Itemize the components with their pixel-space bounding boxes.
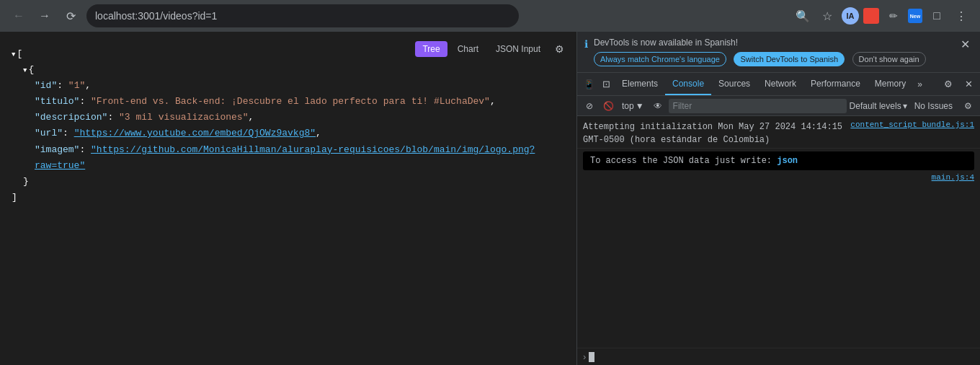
address-text: localhost:3001/videos?id=1 [95,10,217,22]
json-toolbar: Tree Chart JSON Input ⚙ [415,40,568,58]
bookmark-button[interactable]: ☆ [817,6,837,26]
console-clear-icon[interactable]: ⊘ [582,98,597,114]
json-pane: Tree Chart JSON Input ⚙ ▼[ ▼{ "id": "1",… [0,32,576,365]
extension-icon-red[interactable] [863,8,879,24]
notification-content: DevTools is now available in Spanish! Al… [594,38,952,66]
console-context-selector[interactable]: top ▼ [619,100,647,113]
json-content: ▼[ ▼{ "id": "1", "titulo": "Front-end vs… [12,43,565,206]
console-filter-input[interactable] [669,99,847,113]
browser-actions: 🔍 ☆ IA ✏ New □ ⋮ [793,6,971,26]
json-titulo-line: "titulo": "Front-end vs. Back-end: ¡Desc… [12,94,565,110]
console-eye-icon[interactable]: 👁 [650,98,666,114]
tab-console[interactable]: Console [665,73,711,95]
extension-icon-new[interactable]: New [908,9,922,23]
address-bar[interactable]: localhost:3001/videos?id=1 [86,4,519,27]
context-dropdown-arrow: ▼ [636,101,644,111]
console-output: Attempting initialization Mon May 27 202… [577,116,980,348]
reload-button[interactable]: ⟳ [61,6,81,26]
notification-close-button[interactable]: ✕ [958,38,973,51]
no-issues-button[interactable]: No Issues [910,100,957,113]
console-log-line-1: Attempting initialization Mon May 27 202… [577,119,980,149]
pencil-icon[interactable]: ✏ [883,6,904,26]
devtools-pane: ℹ DevTools is now available in Spanish! … [576,32,980,365]
tab-performance[interactable]: Performance [803,73,868,95]
browser-chrome: ← → ⟳ localhost:3001/videos?id=1 🔍 ☆ IA … [0,0,980,32]
console-highlight-msg: To access the JSON data just write: json [583,151,974,170]
tab-sources[interactable]: Sources [711,73,757,95]
console-toolbar: ⊘ 🚫 top ▼ 👁 Default levels ▾ No Issues ⚙ [577,96,980,116]
devtools-close-icon[interactable]: ✕ [960,76,977,93]
info-icon: ℹ [584,38,588,50]
json-obj-open: ▼{ [12,62,565,78]
levels-dropdown-arrow: ▾ [903,101,907,111]
console-cursor [589,352,594,362]
devtools-tab-icons: ⚙ ✕ [940,76,977,93]
more-button[interactable]: ⋮ [951,6,971,26]
json-bracket-close: ] [12,190,565,206]
always-match-button[interactable]: Always match Chrome's language [594,52,726,66]
devtools-tabs: 📱 ⊡ Elements Console Sources Network Per… [577,73,980,96]
url-link[interactable]: "https://www.youtube.com/embed/QjOWz9avk… [74,128,316,138]
extension-puzzle-icon[interactable]: □ [927,6,947,26]
json-input-tab[interactable]: JSON Input [489,41,548,57]
tab-memory[interactable]: Memory [868,73,913,95]
collapse-arrow-inner[interactable]: ▼ [23,67,27,74]
avatar: IA [842,7,859,25]
forward-button[interactable]: → [35,6,55,26]
default-levels-button[interactable]: Default levels ▾ [850,101,907,111]
json-imagem-line: "imagem": "https://github.com/MonicaHill… [12,142,565,174]
console-source-line: main.js:4 [577,173,980,183]
json-id-line: "id": "1", [12,78,565,94]
log-source-1[interactable]: content_script bundle.js:1 [850,120,974,129]
collapse-arrow-outer[interactable]: ▼ [12,51,15,58]
json-keyword: json [777,156,798,166]
main-area: Tree Chart JSON Input ⚙ ▼[ ▼{ "id": "1",… [0,32,980,365]
select-element-icon[interactable]: ⊡ [597,76,615,93]
back-button[interactable]: ← [9,6,29,26]
chart-tab[interactable]: Chart [450,41,486,57]
log-source-2[interactable]: main.js:4 [932,173,974,182]
console-prompt: › [583,351,586,362]
json-obj-close: } [12,174,565,190]
notification-buttons: Always match Chrome's language Switch De… [594,52,952,66]
log-text-1: Attempting initialization Mon May 27 202… [583,120,845,146]
json-settings-icon[interactable]: ⚙ [551,40,568,58]
tab-elements[interactable]: Elements [615,73,665,95]
tree-tab[interactable]: Tree [415,41,447,57]
dismiss-button[interactable]: Don't show again [852,52,926,66]
devtools-settings-icon[interactable]: ⚙ [940,76,957,93]
tab-network[interactable]: Network [757,73,803,95]
switch-devtools-button[interactable]: Switch DevTools to Spanish [734,52,845,66]
console-input-line[interactable]: › [577,348,980,365]
imagem-link[interactable]: "https://github.com/MonicaHillman/alurap… [35,144,535,171]
search-button[interactable]: 🔍 [793,6,813,26]
devtools-notification: ℹ DevTools is now available in Spanish! … [577,32,980,73]
console-settings-icon[interactable]: ⚙ [960,98,976,114]
console-msg-container: To access the JSON data just write: json [577,149,980,173]
tab-more-button[interactable]: » [913,76,927,92]
notification-message: DevTools is now available in Spanish! [594,38,952,48]
console-filter-icon[interactable]: 🚫 [600,98,616,114]
mobile-toggle-icon[interactable]: 📱 [580,76,597,93]
json-url-line: "url": "https://www.youtube.com/embed/Qj… [12,126,565,141]
json-descripcion-line: "descripcion": "3 mil visualizaciones", [12,110,565,126]
